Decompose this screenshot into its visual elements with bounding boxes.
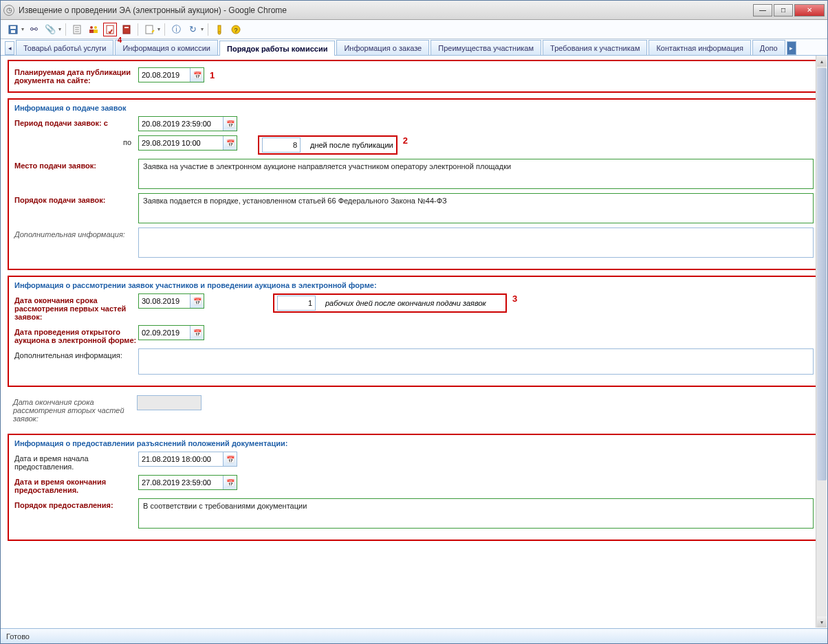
svg-rect-12 [123, 25, 130, 34]
start-input[interactable] [139, 452, 223, 466]
maximize-button[interactable]: □ [774, 4, 793, 16]
pubdate-input[interactable] [139, 68, 190, 82]
svg-rect-14 [146, 25, 153, 34]
scroll-up-icon[interactable]: ▴ [817, 56, 827, 67]
dropdown-icon[interactable]: ▾ [21, 26, 24, 32]
period-from-input[interactable] [139, 117, 223, 131]
annotation-1: 1 [210, 70, 215, 80]
users-icon[interactable] [87, 23, 100, 36]
start-field[interactable]: 📅 [138, 452, 237, 467]
order-textarea[interactable]: Заявка подается в порядке, установленном… [138, 193, 814, 223]
period-from-field[interactable]: 📅 [138, 116, 237, 131]
tab-bar: ◂ Товары\ работы\ услуги Информация о ко… [1, 39, 827, 56]
dropdown-icon[interactable]: ▾ [157, 26, 160, 32]
close-button[interactable]: ✕ [794, 4, 825, 16]
toolbar: ▾ ⚯ 📎 ▾ 4 ▾ ⓘ ↻ ▾ ? [1, 20, 827, 39]
calendar-icon[interactable]: 📅 [223, 476, 237, 489]
tab-goods[interactable]: Товары\ работы\ услуги [16, 40, 113, 55]
tab-more[interactable]: Допо [752, 40, 785, 55]
calendar-icon[interactable]: 📅 [190, 326, 204, 340]
workdays-highlight: рабочих дней после окончания подачи заяв… [273, 293, 507, 313]
calendar-icon[interactable]: 📅 [223, 117, 237, 131]
help-icon[interactable]: ? [229, 23, 243, 36]
second-parts-label: Дата окончания срока рассмотрения вторых… [13, 395, 137, 423]
status-text: Готово [6, 632, 30, 641]
section1-title: Информация о подаче заявок [14, 104, 814, 112]
scrollbar-thumb[interactable] [817, 68, 827, 480]
svg-rect-1 [10, 26, 16, 29]
tab-requirements[interactable]: Требования к участникам [543, 40, 647, 55]
refresh-icon[interactable]: ↻ [186, 23, 199, 36]
calendar-icon[interactable]: 📅 [223, 452, 237, 466]
svg-rect-13 [124, 27, 129, 28]
place-textarea[interactable]: Заявка на участие в электронном аукционе… [138, 159, 814, 189]
scrollbar-vertical[interactable]: ▴ ▾ [816, 56, 827, 628]
enddate-label: Дата окончания срока рассмотрения первых… [14, 293, 138, 321]
attach-icon[interactable]: 📎 [43, 23, 57, 36]
period-to-field[interactable]: 📅 [138, 135, 237, 151]
window-title: Извещение о проведении ЭА (электронный а… [19, 5, 753, 15]
days-field[interactable] [262, 137, 301, 153]
doc-green-icon[interactable] [142, 23, 156, 36]
annotation-4: 4 [118, 36, 122, 44]
days-input[interactable] [263, 138, 300, 152]
tab-contact[interactable]: Контактная информация [649, 40, 750, 55]
scroll-down-icon[interactable]: ▾ [817, 617, 827, 628]
addinfo-label: Дополнительная информация: [14, 227, 138, 238]
period-from-label: Период подачи заявок: с [14, 116, 138, 127]
dropdown-icon[interactable]: ▾ [201, 26, 204, 32]
tab-advantages[interactable]: Преимущества участникам [431, 40, 541, 55]
pubdate-label: Планируемая дата публикации документа на… [14, 65, 138, 85]
enddate-field[interactable]: 📅 [138, 293, 204, 309]
tab-order-info[interactable]: Информация о заказе [336, 40, 429, 55]
addinfo-textarea[interactable] [138, 227, 814, 258]
addinfo2-label: Дополнительная информация: [14, 348, 138, 359]
enddate-input[interactable] [139, 294, 190, 308]
end-field[interactable]: 📅 [138, 475, 237, 490]
link-icon[interactable]: ⚯ [27, 23, 41, 36]
workdays-field[interactable] [277, 296, 316, 311]
period-to-input[interactable] [139, 136, 223, 150]
auction-input[interactable] [139, 326, 190, 340]
auction-field[interactable]: 📅 [138, 325, 204, 340]
dropdown-icon[interactable]: ▾ [58, 26, 61, 32]
end-input[interactable] [139, 476, 223, 489]
annotation-2: 2 [403, 135, 408, 146]
tab-scroll-left[interactable]: ◂ [5, 41, 14, 55]
section3-title: Информация о предоставлении разъяснений … [14, 439, 814, 447]
titlebar: ◷ Извещение о проведении ЭА (электронный… [1, 1, 827, 20]
order3-label: Порядок предоставления: [14, 498, 138, 509]
tab-commission-info[interactable]: Информация о комиссии [115, 40, 218, 55]
info-icon[interactable]: ⓘ [169, 23, 183, 36]
workdays-input[interactable] [278, 296, 315, 310]
block-publication-date: Планируемая дата публикации документа на… [8, 60, 820, 93]
section2-title: Информация о рассмотрении заявок участни… [14, 281, 814, 289]
tab-scroll-right[interactable]: ▸ [787, 41, 796, 55]
block-review-auction: Информация о рассмотрении заявок участни… [8, 276, 820, 387]
place-label: Место подачи заявок: [14, 159, 138, 170]
app-icon: ◷ [3, 5, 14, 16]
calendar-icon[interactable]: 📅 [190, 294, 204, 308]
svg-point-7 [90, 26, 93, 29]
order-label: Порядок подачи заявок: [14, 193, 138, 204]
tab-commission-order[interactable]: Порядок работы комиссии [219, 41, 335, 56]
pubdate-field[interactable]: 📅 [138, 67, 204, 82]
doc1-icon[interactable] [70, 23, 84, 36]
annotation-3: 3 [512, 293, 517, 304]
svg-text:?: ? [234, 27, 237, 34]
save-icon[interactable] [6, 23, 20, 36]
doc-red-icon[interactable] [120, 23, 133, 36]
order3-textarea[interactable]: В соответствии с требованиями документац… [138, 498, 814, 529]
end-label: Дата и время окончания предоставления. [14, 475, 138, 494]
second-parts-input [138, 396, 199, 410]
minimize-button[interactable]: — [753, 4, 772, 16]
auction-label: Дата проведения открытого аукциона в эле… [14, 325, 138, 344]
calendar-icon[interactable]: 📅 [223, 136, 237, 150]
doc-action-icon[interactable]: 4 [103, 23, 117, 36]
addinfo2-textarea[interactable] [138, 348, 814, 375]
content-area: Планируемая дата публикации документа на… [1, 56, 827, 628]
block-clarifications: Информация о предоставлении разъяснений … [8, 434, 820, 541]
key-icon[interactable] [213, 23, 226, 36]
calendar-icon[interactable]: 📅 [190, 68, 204, 82]
svg-rect-10 [94, 30, 98, 33]
